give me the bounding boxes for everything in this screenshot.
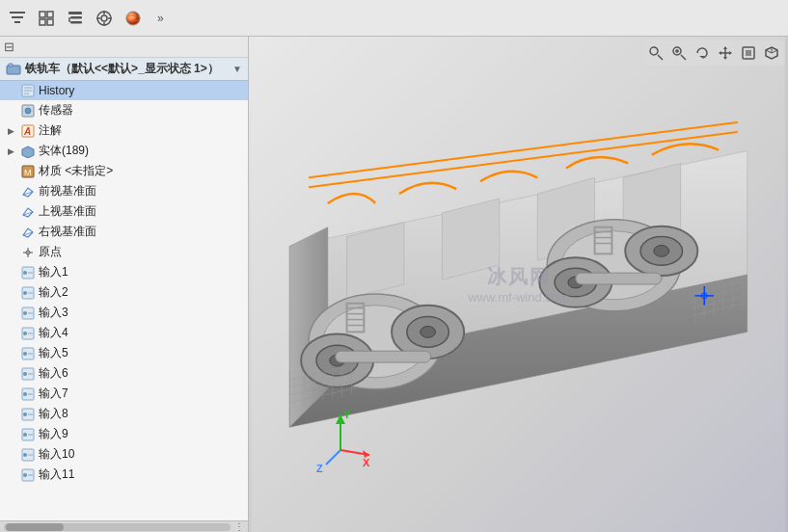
svg-rect-20 [7, 66, 20, 74]
item-label-input10: 输入10 [39, 446, 74, 463]
svg-point-61 [23, 392, 27, 396]
vp-search-icon[interactable] [645, 42, 666, 64]
tree-item-material[interactable]: M材质 <未指定> [0, 161, 248, 181]
tree-item-input6[interactable]: 输入6 [0, 363, 248, 384]
h-scrollbar-thumb[interactable] [6, 523, 64, 531]
expand-arrow-note[interactable]: ▶ [8, 126, 17, 136]
tree-item-input5[interactable]: 输入5 [0, 343, 248, 363]
viewport-toolbar [643, 40, 784, 66]
item-label-origin: 原点 [39, 244, 62, 260]
svg-point-55 [23, 352, 27, 356]
item-label-input3: 输入3 [39, 305, 68, 321]
svg-rect-9 [70, 21, 82, 24]
svg-point-43 [23, 271, 27, 275]
svg-point-17 [126, 12, 140, 25]
vp-cube-icon[interactable] [761, 42, 782, 64]
svg-rect-5 [40, 19, 45, 25]
item-icon-solid [20, 144, 36, 159]
svg-point-41 [26, 251, 30, 254]
expand-arrow-solid[interactable]: ▶ [8, 146, 17, 156]
tree-item-front[interactable]: 前视基准面 [0, 181, 248, 201]
svg-rect-3 [40, 12, 45, 17]
svg-rect-8 [70, 16, 82, 19]
tree-item-input9[interactable]: 输入9 [0, 424, 248, 444]
svg-rect-132 [576, 273, 662, 284]
svg-marker-156 [729, 51, 732, 55]
main-area: ⊟ 铁轨车（默认<<默认>_显示状态 1>） ▼ History传感器▶A注解▶… [0, 37, 788, 532]
svg-text:M: M [24, 168, 32, 177]
tree-item-input10[interactable]: 输入10 [0, 444, 248, 465]
vp-rotate-icon[interactable] [692, 42, 713, 64]
item-label-note: 注解 [39, 122, 62, 139]
vp-pan-icon[interactable] [715, 42, 736, 64]
tree-item-input3[interactable]: 输入3 [0, 303, 248, 323]
svg-marker-154 [723, 57, 727, 60]
svg-text:X: X [363, 457, 370, 468]
h-scrollbar-track[interactable] [4, 523, 231, 531]
tree-item-note[interactable]: ▶A注解 [0, 120, 248, 141]
resize-handle[interactable]: ⋮ [234, 521, 248, 532]
svg-line-162 [772, 50, 777, 53]
toolbar-icon-filter[interactable] [4, 5, 31, 32]
item-icon-input8 [20, 407, 36, 422]
svg-point-52 [23, 332, 27, 335]
3d-viewport[interactable]: 冰风网 www.mf-wind.com Z X Y [249, 37, 788, 532]
svg-point-58 [23, 372, 27, 376]
svg-marker-153 [723, 46, 727, 49]
horizontal-scrollbar[interactable]: ⋮ [0, 520, 248, 532]
svg-text:Z: Z [316, 463, 323, 474]
filter-bar: ⊟ [0, 37, 248, 58]
vp-zoom-icon[interactable] [668, 42, 690, 64]
tree-header: 铁轨车（默认<<默认>_显示状态 1>） ▼ [0, 58, 248, 81]
item-icon-origin [20, 245, 36, 260]
svg-rect-1 [12, 16, 23, 18]
svg-point-27 [25, 108, 31, 114]
toolbar-icon-grid[interactable] [33, 5, 60, 32]
svg-line-145 [658, 55, 663, 60]
axis-indicator: Z X Y [307, 407, 374, 474]
tree-item-sensor[interactable]: 传感器 [0, 100, 248, 120]
tree-item-input7[interactable]: 输入7 [0, 384, 248, 404]
item-icon-input7 [20, 386, 36, 402]
toolbar-icon-tree[interactable] [62, 5, 89, 32]
svg-rect-4 [47, 12, 53, 17]
item-label-top: 上视基准面 [39, 203, 96, 220]
item-label-history: History [39, 84, 74, 97]
tree-item-input8[interactable]: 输入8 [0, 404, 248, 424]
tree-item-input11[interactable]: 输入11 [0, 465, 248, 485]
tree-item-top[interactable]: 上视基准面 [0, 201, 248, 222]
tree-item-input1[interactable]: 输入1 [0, 262, 248, 282]
item-label-front: 前视基准面 [39, 183, 96, 200]
item-label-input11: 输入11 [39, 466, 74, 483]
svg-marker-155 [719, 51, 721, 55]
tree-view[interactable]: History传感器▶A注解▶实体(189)M材质 <未指定>前视基准面上视基准… [0, 81, 248, 520]
vp-view-icon[interactable] [738, 42, 759, 64]
svg-rect-0 [10, 12, 25, 13]
item-icon-front [20, 184, 36, 200]
item-label-sensor: 传感器 [39, 102, 73, 119]
item-icon-input9 [20, 427, 36, 442]
svg-marker-30 [22, 146, 34, 158]
tree-item-history[interactable]: History [0, 81, 248, 100]
tree-item-input2[interactable]: 输入2 [0, 282, 248, 303]
svg-point-103 [654, 245, 669, 256]
filter-icon[interactable]: ⊟ [4, 40, 14, 54]
tree-item-right[interactable]: 右视基准面 [0, 222, 248, 242]
toolbar-icon-sphere[interactable] [120, 5, 147, 32]
tree-header-arrow: ▼ [232, 64, 242, 74]
svg-text:A: A [23, 126, 31, 137]
svg-rect-7 [68, 12, 82, 14]
svg-text:Y: Y [343, 409, 351, 420]
toolbar-icon-target[interactable] [91, 5, 118, 32]
tree-item-solid[interactable]: ▶实体(189) [0, 141, 248, 161]
left-panel: ⊟ 铁轨车（默认<<默认>_显示状态 1>） ▼ History传感器▶A注解▶… [0, 37, 249, 532]
tree-item-input4[interactable]: 输入4 [0, 323, 248, 343]
tree-header-title: 铁轨车（默认<<默认>_显示状态 1>） [25, 61, 219, 77]
item-icon-material: M [20, 164, 36, 179]
item-icon-input1 [20, 265, 36, 280]
svg-line-136 [326, 450, 340, 465]
tree-item-origin[interactable]: 原点 [0, 242, 248, 262]
item-icon-input2 [20, 285, 36, 301]
svg-point-67 [23, 433, 27, 437]
toolbar-icon-more[interactable]: » [149, 5, 176, 32]
